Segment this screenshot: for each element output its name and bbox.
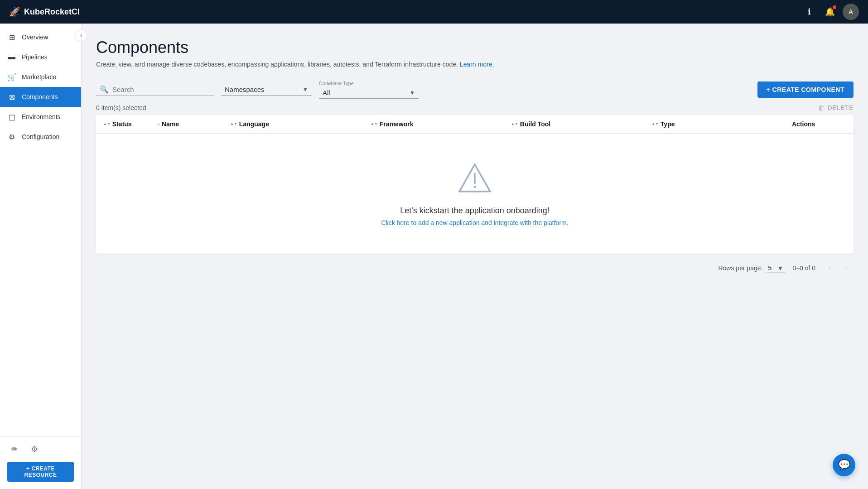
app-name: KubeRocketCI [24,7,80,17]
codebase-type-select-container[interactable]: All Application Library Autotest ▼ [319,87,419,99]
namespaces-select-container[interactable]: Namespaces ▼ [221,84,312,96]
learn-more-link[interactable]: Learn more. [460,61,494,68]
edit-icon-button[interactable]: ✏ [7,442,22,456]
namespaces-select[interactable]: Namespaces [225,86,308,93]
next-page-button[interactable]: › [839,261,854,275]
sidebar-item-label: Components [22,93,58,101]
chat-fab-button[interactable]: 💬 [833,454,855,476]
search-container: 🔍 [96,83,214,96]
app-header: 🚀 KubeRocketCI ℹ 🔔 A [0,0,868,24]
page-description: Create, view, and manage diverse codebas… [96,61,854,68]
components-icon: ⊠ [7,92,16,101]
delete-button[interactable]: 🗑 DELETE [818,104,854,111]
column-name[interactable]: ⬦ Name [158,120,230,128]
sort-icon: ▲▼ [103,122,111,126]
info-button[interactable]: ℹ [801,4,817,20]
column-type[interactable]: ▲▼ Type [651,120,792,128]
sort-icon: ▲▼ [651,122,659,126]
settings-icon-button[interactable]: ⚙ [27,442,42,456]
pipelines-icon: ▬ [7,53,16,62]
warning-icon-container [457,161,493,195]
create-resource-label: + CREATE RESOURCE [13,465,68,478]
column-type-label: Type [661,120,675,128]
sort-icon: ⬦ [158,122,160,126]
logo-icon: 🚀 [9,6,20,17]
chat-icon: 💬 [838,459,850,471]
sidebar-item-environments[interactable]: ◫ Environments [0,107,81,127]
column-actions: Actions [792,120,846,128]
pagination-range: 0–0 of 0 [792,264,815,272]
codebase-type-label: Codebase Type [319,81,419,86]
collapse-icon: ‹ [80,32,82,38]
app-layout: ‹ ⊞ Overview ▬ Pipelines 🛒 Marketplace ⊠… [0,24,868,489]
sidebar-item-components[interactable]: ⊠ Components [0,87,81,107]
column-actions-label: Actions [792,120,815,128]
sidebar-item-label: Environments [22,113,61,120]
column-build-tool-label: Build Tool [520,120,550,128]
rows-per-page: Rows per page: 5 10 25 ▼ [718,264,785,273]
search-icon: 🔍 [100,85,109,94]
pagination: Rows per page: 5 10 25 ▼ 0–0 of 0 ‹ › [96,261,854,275]
sidebar-item-marketplace[interactable]: 🛒 Marketplace [0,67,81,87]
prev-page-button[interactable]: ‹ [823,261,837,275]
rows-per-page-select[interactable]: 5 10 25 [768,264,776,272]
create-component-button[interactable]: + CREATE COMPONENT [757,82,854,98]
data-table: ▲▼ Status ⬦ Name ▲▼ Language ▲▼ Framewor… [96,115,854,254]
avatar-label: A [849,8,853,15]
sort-icon: ▲▼ [371,122,378,126]
pagination-nav: ‹ › [823,261,854,275]
search-input[interactable] [112,86,203,93]
sort-icon: ▲▼ [511,122,518,126]
selection-bar: 0 item(s) selected 🗑 DELETE [96,104,854,111]
column-framework-label: Framework [380,120,414,128]
sidebar-item-label: Overview [22,34,48,41]
overview-icon: ⊞ [7,33,16,42]
column-name-label: Name [162,120,179,128]
app-logo: 🚀 KubeRocketCI [9,6,801,17]
column-build-tool[interactable]: ▲▼ Build Tool [511,120,651,128]
notification-dot [833,5,836,9]
selection-count: 0 item(s) selected [96,104,146,111]
sidebar-item-configuration[interactable]: ⚙ Configuration [0,127,81,147]
sidebar-collapse-button[interactable]: ‹ [75,29,87,42]
delete-label: DELETE [828,104,854,111]
header-actions: ℹ 🔔 A [801,4,859,20]
empty-state: Let's kickstart the application onboardi… [96,134,854,254]
sidebar-item-overview[interactable]: ⊞ Overview [0,27,81,47]
rows-per-page-select-container[interactable]: 5 10 25 ▼ [767,264,786,273]
sidebar-item-label: Marketplace [22,73,56,81]
column-status-label: Status [112,120,132,128]
configuration-icon: ⚙ [7,132,16,141]
column-status[interactable]: ▲▼ Status [103,120,158,128]
page-title: Components [96,38,854,57]
environments-icon: ◫ [7,112,16,121]
sidebar-bottom: ✏ ⚙ [0,436,81,462]
table-header: ▲▼ Status ⬦ Name ▲▼ Language ▲▼ Framewor… [96,115,854,134]
rows-per-page-arrow: ▼ [777,264,784,272]
notifications-button[interactable]: 🔔 [822,4,838,20]
sort-icon: ▲▼ [230,122,237,126]
warning-triangle-icon [457,161,493,193]
sidebar-nav: ⊞ Overview ▬ Pipelines 🛒 Marketplace ⊠ C… [0,24,81,436]
sidebar: ‹ ⊞ Overview ▬ Pipelines 🛒 Marketplace ⊠… [0,24,82,489]
sidebar-item-label: Configuration [22,133,59,140]
trash-icon: 🗑 [818,104,825,111]
user-avatar-button[interactable]: A [843,4,859,20]
empty-state-title: Let's kickstart the application onboardi… [400,206,550,216]
column-language[interactable]: ▲▼ Language [230,120,371,128]
empty-state-link[interactable]: Click here to add a new application and … [381,219,568,226]
column-language-label: Language [239,120,269,128]
create-component-label: + CREATE COMPONENT [767,86,844,93]
toolbar: 🔍 Namespaces ▼ Codebase Type All Applica… [96,81,854,99]
marketplace-icon: 🛒 [7,72,16,82]
rows-per-page-label: Rows per page: [718,264,762,272]
codebase-type-group: Codebase Type All Application Library Au… [319,81,419,99]
info-icon: ℹ [808,7,811,17]
column-framework[interactable]: ▲▼ Framework [371,120,511,128]
create-resource-button[interactable]: + CREATE RESOURCE [7,462,74,482]
codebase-type-select[interactable]: All Application Library Autotest [323,89,415,96]
svg-point-1 [474,186,476,188]
sidebar-item-label: Pipelines [22,53,48,61]
main-content: Components Create, view, and manage dive… [82,24,868,489]
sidebar-item-pipelines[interactable]: ▬ Pipelines [0,47,81,67]
